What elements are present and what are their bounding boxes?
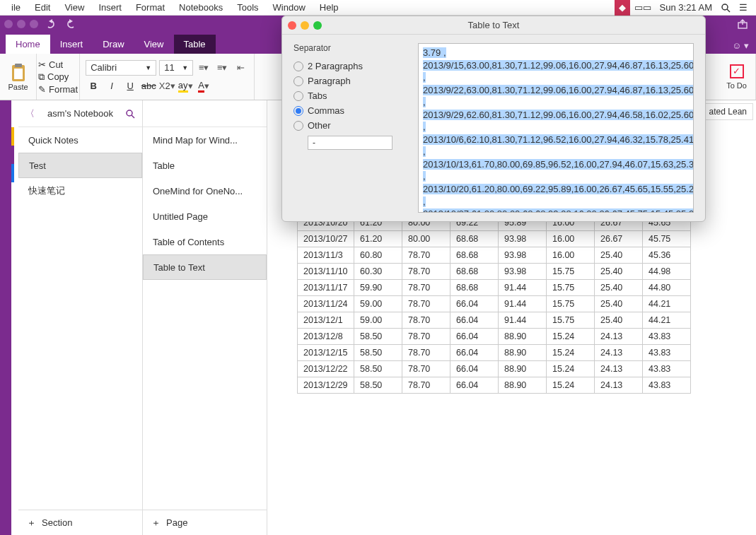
table-row[interactable]: 2013/12/2258.5078.7066.0488.9015.2424.13…	[298, 361, 691, 377]
menu-view[interactable]: View	[57, 2, 91, 13]
todo-button[interactable]: ✓ To Do	[718, 54, 756, 100]
table-row[interactable]: 2013/11/1060.3078.7068.6893.9815.7525.40…	[298, 264, 691, 280]
table-cell[interactable]: 88.90	[499, 377, 547, 394]
dialog-close-button[interactable]	[288, 21, 296, 30]
ruby-icon[interactable]: ◆	[615, 0, 630, 16]
table-cell[interactable]: 78.70	[402, 280, 450, 296]
section-item[interactable]: Quick Notes	[18, 127, 142, 153]
table-cell[interactable]: 88.90	[499, 329, 547, 345]
window-traffic[interactable]	[4, 20, 38, 28]
spotlight-icon[interactable]	[716, 3, 735, 13]
menu-insert[interactable]: Insert	[91, 2, 129, 13]
table-cell[interactable]: 66.04	[450, 377, 499, 394]
table-cell[interactable]: 16.00	[547, 231, 595, 247]
table-cell[interactable]: 44.80	[643, 280, 691, 296]
table-cell[interactable]: 15.75	[547, 280, 595, 296]
table-row[interactable]: 2013/11/360.8078.7068.6893.9816.0025.404…	[298, 247, 691, 264]
table-cell[interactable]: 61.20	[354, 231, 402, 247]
font-color-button[interactable]: A▾	[196, 78, 211, 94]
table-cell[interactable]: 58.50	[354, 329, 402, 345]
table-cell[interactable]: 66.04	[450, 329, 499, 345]
table-cell[interactable]: 43.83	[643, 329, 691, 345]
paste-button[interactable]: Paste	[0, 54, 37, 100]
separator-radio[interactable]: Tabs	[293, 88, 407, 103]
table-row[interactable]: 2013/12/159.0078.7066.0491.4415.7525.404…	[298, 312, 691, 329]
table-cell[interactable]: 91.44	[499, 312, 547, 329]
table-cell[interactable]: 2013/12/29	[298, 377, 354, 394]
table-cell[interactable]: 26.67	[595, 231, 643, 247]
table-row[interactable]: 2013/10/2761.2080.0068.6893.9816.0026.67…	[298, 231, 691, 247]
table-cell[interactable]: 58.50	[354, 345, 402, 361]
separator-radio[interactable]: Other	[293, 118, 407, 133]
table-cell[interactable]: 25.40	[595, 296, 643, 312]
table-cell[interactable]: 45.36	[643, 247, 691, 264]
table-cell[interactable]: 78.70	[402, 296, 450, 312]
table-cell[interactable]: 78.70	[402, 329, 450, 345]
table-cell[interactable]: 66.04	[450, 296, 499, 312]
table-cell[interactable]: 25.40	[595, 247, 643, 264]
menu-notebooks[interactable]: Notebooks	[172, 2, 230, 13]
back-button[interactable]: 〈	[25, 107, 35, 120]
table-cell[interactable]: 2013/11/10	[298, 264, 354, 280]
table-cell[interactable]: 88.90	[499, 345, 547, 361]
table-cell[interactable]: 44.21	[643, 312, 691, 329]
table-cell[interactable]: 15.75	[547, 312, 595, 329]
tab-draw[interactable]: Draw	[93, 35, 134, 54]
table-cell[interactable]: 15.75	[547, 296, 595, 312]
separator-radio[interactable]: Paragraph	[293, 74, 407, 88]
table-cell[interactable]: 43.83	[643, 361, 691, 377]
table-cell[interactable]: 68.68	[450, 231, 499, 247]
dialog-minimize-button[interactable]	[301, 21, 309, 30]
font-select[interactable]: Calibri▼	[86, 60, 156, 76]
table-cell[interactable]: 2013/11/3	[298, 247, 354, 264]
table-cell[interactable]: 25.40	[595, 280, 643, 296]
menu-list-icon[interactable]: ☰	[735, 2, 752, 13]
table-cell[interactable]: 16.00	[547, 247, 595, 264]
page-item[interactable]: OneMind for OneNo...	[143, 178, 267, 204]
share-button[interactable]	[733, 17, 752, 31]
add-section-button[interactable]: ＋Section	[18, 510, 142, 535]
table-cell[interactable]: 66.04	[450, 345, 499, 361]
separator-radio[interactable]: 2 Paragraphs	[293, 59, 407, 74]
subscript-button[interactable]: X2▾	[159, 78, 175, 94]
table-cell[interactable]: 45.75	[643, 231, 691, 247]
strike-button[interactable]: abc	[141, 78, 156, 94]
table-cell[interactable]: 15.75	[547, 264, 595, 280]
cut-button[interactable]: ✂Cut	[38, 59, 78, 70]
table-cell[interactable]: 93.98	[499, 264, 547, 280]
table-cell[interactable]: 66.04	[450, 361, 499, 377]
table-cell[interactable]: 78.70	[402, 361, 450, 377]
table-cell[interactable]: 2013/10/27	[298, 231, 354, 247]
table-cell[interactable]: 78.70	[402, 264, 450, 280]
italic-button[interactable]: I	[104, 78, 120, 94]
table-cell[interactable]: 66.04	[450, 312, 499, 329]
table-cell[interactable]: 60.30	[354, 264, 402, 280]
page-item[interactable]: Table to Text	[143, 254, 267, 280]
table-row[interactable]: 2013/12/858.5078.7066.0488.9015.2424.134…	[298, 329, 691, 345]
preview-pane[interactable]: 3.79 , 2013/9/15,63.00,81.30,71.12,99.06…	[418, 43, 694, 213]
table-cell[interactable]: 91.44	[499, 296, 547, 312]
table-row[interactable]: 2013/11/1759.9078.7068.6891.4415.7525.40…	[298, 280, 691, 296]
table-row[interactable]: 2013/12/2958.5078.7066.0488.9015.2424.13…	[298, 377, 691, 394]
table-cell[interactable]: 15.24	[547, 345, 595, 361]
tab-home[interactable]: Home	[6, 35, 50, 54]
highlight-button[interactable]: ay▾	[178, 78, 193, 94]
bullets-button[interactable]: ≡▾	[196, 60, 211, 76]
page-item[interactable]: Mind Map for Wind...	[143, 127, 267, 153]
page-item[interactable]: Untitled Page	[143, 204, 267, 229]
table-cell[interactable]: 43.83	[643, 345, 691, 361]
page-item[interactable]: Table	[143, 153, 267, 178]
table-cell[interactable]: 78.70	[402, 247, 450, 264]
table-cell[interactable]: 44.21	[643, 296, 691, 312]
table-cell[interactable]: 2013/12/8	[298, 329, 354, 345]
table-cell[interactable]: 59.00	[354, 296, 402, 312]
table-cell[interactable]: 44.98	[643, 264, 691, 280]
table-cell[interactable]: 78.70	[402, 345, 450, 361]
font-size-select[interactable]: 11▼	[159, 60, 193, 76]
table-cell[interactable]: 15.24	[547, 329, 595, 345]
table-cell[interactable]: 15.24	[547, 377, 595, 394]
tab-insert[interactable]: Insert	[50, 35, 93, 54]
menu-help[interactable]: Help	[313, 2, 346, 13]
table-cell[interactable]: 68.68	[450, 264, 499, 280]
tab-view[interactable]: View	[134, 35, 174, 54]
